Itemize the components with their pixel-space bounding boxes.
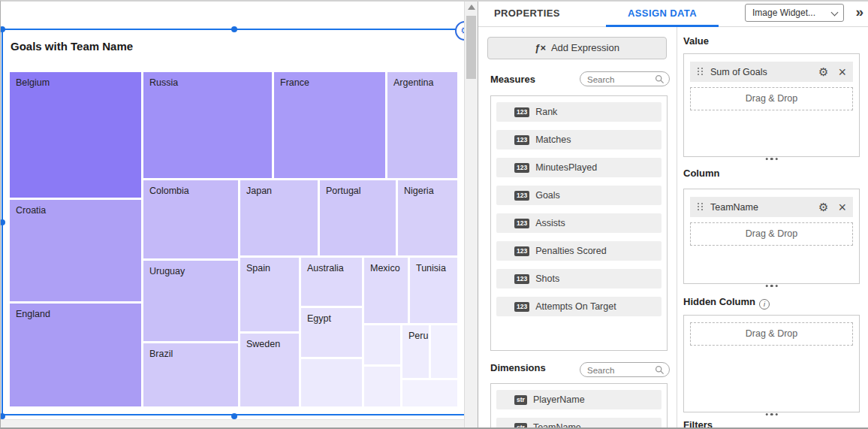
measure-field-item[interactable]: 123Matches — [496, 130, 662, 150]
selection-handle[interactable] — [0, 413, 5, 419]
gear-icon[interactable]: ⚙ — [818, 66, 828, 77]
value-chip-label: Sum of Goals — [710, 67, 818, 77]
field-label: PlayerName — [533, 394, 585, 405]
measure-field-item[interactable]: 123MinutesPlayed — [496, 158, 662, 177]
measures-search[interactable] — [580, 71, 670, 86]
treemap-cell-label: Colombia — [143, 180, 238, 196]
scrollbar-thumb[interactable] — [466, 16, 476, 79]
treemap-cell[interactable] — [364, 325, 400, 364]
widget-type-value: Image Widget... — [752, 8, 815, 18]
treemap-cell-label: Sweden — [240, 334, 299, 349]
dimensions-heading: Dimensions — [490, 362, 546, 373]
treemap-cell-label: Egypt — [301, 308, 362, 324]
hidden-column-dropzone[interactable]: Drag & Drop — [690, 322, 853, 346]
scrollbar-up-icon[interactable] — [468, 5, 475, 10]
treemap-cell[interactable]: Uruguay — [143, 261, 238, 341]
drag-handle-icon[interactable] — [698, 203, 703, 211]
field-label: Attempts On Target — [535, 301, 616, 312]
info-icon[interactable]: i — [759, 299, 770, 310]
panel-header: PROPERTIES ASSIGN DATA Image Widget... » — [478, 0, 868, 27]
dimensions-search-input[interactable] — [587, 364, 656, 377]
treemap-cell-label: Australia — [301, 258, 362, 273]
treemap-cell[interactable]: Portugal — [320, 180, 396, 255]
treemap-cell[interactable] — [364, 367, 400, 406]
selection-handle[interactable] — [231, 26, 237, 32]
close-icon[interactable]: × — [838, 201, 846, 214]
chevron-down-icon — [831, 9, 839, 17]
hidden-column-heading: Hidden Columni — [683, 296, 770, 310]
treemap-cell[interactable]: Peru — [402, 325, 429, 378]
measure-field-item[interactable]: 123Goals — [496, 186, 662, 205]
column-dropzone[interactable]: Drag & Drop — [690, 222, 853, 246]
number-badge: 123 — [514, 135, 529, 145]
string-badge: str — [514, 423, 527, 429]
vertical-scrollbar[interactable] — [464, 0, 478, 429]
dimension-field-item[interactable]: strPlayerName — [496, 390, 662, 409]
horizontal-scrollbar[interactable] — [0, 419, 464, 429]
dimensions-search[interactable] — [580, 362, 670, 377]
treemap-cell[interactable]: Nigeria — [398, 180, 457, 255]
treemap-cell[interactable]: Egypt — [301, 308, 362, 357]
collapse-panel-icon[interactable]: » — [855, 4, 863, 20]
treemap-cell[interactable]: Brazil — [143, 343, 238, 406]
treemap-cell[interactable] — [402, 380, 457, 406]
panel-divider — [677, 27, 677, 429]
treemap-cell-label: Belgium — [10, 72, 141, 88]
number-badge: 123 — [514, 191, 529, 201]
measure-field-item[interactable]: 123Assists — [496, 213, 662, 233]
treemap-cell[interactable]: England — [10, 304, 141, 406]
measure-field-item[interactable]: 123Attempts On Target — [496, 297, 662, 316]
treemap-cell[interactable]: Colombia — [143, 180, 238, 258]
measure-field-item[interactable]: 123Penalties Scored — [496, 241, 662, 261]
treemap-cell-label: France — [274, 72, 385, 88]
measure-field-item[interactable]: 123Rank — [496, 102, 662, 122]
search-icon — [655, 365, 665, 375]
treemap-cell[interactable] — [301, 359, 362, 406]
column-well: TeamName ⚙ × Drag & Drop — [683, 189, 860, 284]
dimension-field-item[interactable]: strTeamName — [496, 418, 662, 429]
value-dropzone[interactable]: Drag & Drop — [690, 87, 853, 110]
value-chip[interactable]: Sum of Goals ⚙ × — [690, 62, 853, 82]
treemap-cell-label: Portugal — [320, 180, 396, 196]
measures-search-input[interactable] — [587, 73, 656, 86]
tab-assign-data[interactable]: ASSIGN DATA — [606, 0, 719, 27]
treemap-cell[interactable]: Argentina — [387, 72, 457, 178]
widget-type-select[interactable]: Image Widget... — [745, 4, 844, 22]
treemap-cell[interactable]: Spain — [240, 258, 299, 331]
treemap-cell[interactable]: Australia — [301, 258, 362, 306]
treemap-cell[interactable]: Sweden — [240, 334, 299, 406]
treemap-cell[interactable]: Tunisia — [410, 258, 457, 323]
resize-dots[interactable] — [760, 413, 783, 416]
value-well: Sum of Goals ⚙ × Drag & Drop — [683, 53, 860, 157]
treemap-cell-label: Russia — [143, 72, 272, 88]
treemap-cell[interactable]: Croatia — [10, 200, 141, 301]
treemap-cell-label: Brazil — [143, 343, 238, 359]
treemap-cell[interactable]: Belgium — [10, 72, 141, 198]
number-badge: 123 — [514, 219, 529, 228]
measure-field-item[interactable]: 123Shots — [496, 269, 662, 289]
treemap-cell-label: Nigeria — [398, 180, 457, 196]
treemap-cell[interactable]: Mexico — [364, 258, 408, 323]
selection-handle[interactable] — [231, 413, 237, 419]
treemap-cell-label: Japan — [240, 180, 318, 196]
tab-properties[interactable]: PROPERTIES — [494, 0, 560, 27]
resize-dots[interactable] — [760, 285, 783, 288]
widget-title: Goals with Team Name — [11, 40, 133, 53]
field-label: Shots — [535, 273, 559, 284]
treemap-cell[interactable]: Russia — [143, 72, 272, 178]
gear-icon[interactable]: ⚙ — [818, 201, 828, 213]
field-label: MinutesPlayed — [535, 162, 597, 173]
treemap-cell[interactable]: France — [274, 72, 385, 178]
number-badge: 123 — [514, 163, 529, 173]
column-chip[interactable]: TeamName ⚙ × — [690, 197, 853, 217]
add-expression-button[interactable]: ƒ×Add Expression — [487, 37, 667, 59]
number-badge: 123 — [514, 302, 529, 312]
treemap-cell[interactable] — [431, 325, 457, 378]
treemap-cell-label: Uruguay — [143, 261, 238, 276]
drag-handle-icon[interactable] — [698, 68, 703, 76]
string-badge: str — [514, 395, 527, 405]
treemap-cell-label: Mexico — [364, 258, 408, 273]
close-icon[interactable]: × — [838, 65, 846, 79]
treemap-cell[interactable]: Japan — [240, 180, 318, 255]
resize-dots[interactable] — [760, 158, 783, 161]
